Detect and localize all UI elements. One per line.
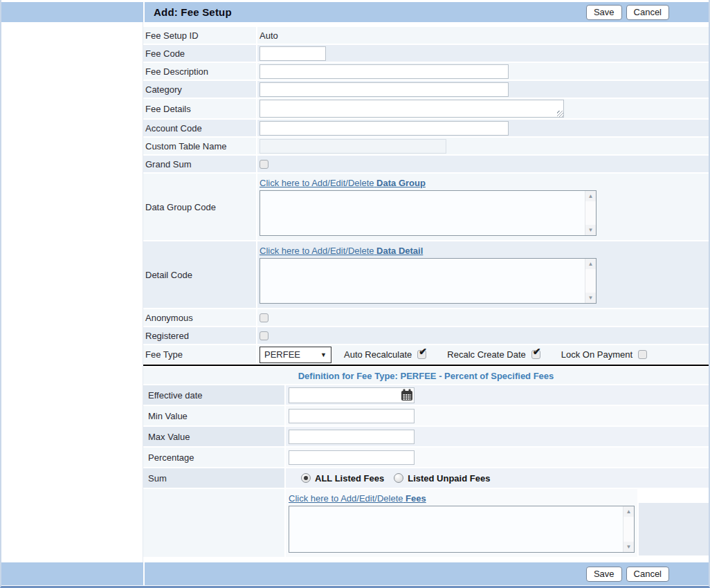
data-group-code-label: Data Group Code xyxy=(143,174,256,240)
fee-details-label: Fee Details xyxy=(143,99,256,118)
row-fee-details: Fee Details xyxy=(143,99,709,118)
detail-code-label: Detail Code xyxy=(143,241,256,308)
category-label: Category xyxy=(143,81,256,98)
sum-radio-listed-unpaid-fees[interactable] xyxy=(394,473,403,483)
cancel-button-top[interactable]: Cancel xyxy=(626,5,669,20)
scroll-up-icon[interactable]: ▲ xyxy=(623,506,634,517)
row-effective-date: Effective date xyxy=(143,385,709,405)
scroll-down-icon[interactable]: ▼ xyxy=(585,225,596,235)
row-fee-description: Fee Description xyxy=(143,63,709,80)
fee-description-label: Fee Description xyxy=(143,63,256,80)
auto-recalculate-checkbox[interactable] xyxy=(417,350,426,359)
recalc-create-date-group: Recalc Create Date xyxy=(447,349,540,360)
bottom-bar-sidebar-section xyxy=(1,562,143,585)
registered-label: Registered xyxy=(143,327,256,344)
row-data-group-code: Data Group Code Click here to Add/Edit/D… xyxy=(143,174,709,240)
fee-details-textarea[interactable] xyxy=(260,100,564,118)
row-custom-table-name: Custom Table Name xyxy=(143,138,709,154)
percentage-input[interactable] xyxy=(289,450,415,465)
row-max-value: Max Value xyxy=(143,427,709,446)
custom-table-name-input xyxy=(260,139,446,154)
lock-on-payment-checkbox[interactable] xyxy=(638,350,647,359)
row-anonymous: Anonymous xyxy=(143,309,709,326)
row-min-value: Min Value xyxy=(143,406,709,425)
percentage-label: Percentage xyxy=(143,448,284,467)
lock-on-payment-group: Lock On Payment xyxy=(561,349,647,360)
bottom-bar: Save Cancel xyxy=(1,562,709,585)
row-detail-code: Detail Code Click here to Add/Edit/Delet… xyxy=(143,241,709,308)
effective-date-input[interactable] xyxy=(289,387,415,403)
page-title: Add: Fee Setup xyxy=(154,6,232,18)
scroll-up-icon[interactable]: ▲ xyxy=(585,191,596,201)
registered-checkbox[interactable] xyxy=(260,331,268,340)
fee-description-input[interactable] xyxy=(260,64,509,79)
top-bar-sidebar-section xyxy=(1,2,143,22)
fee-type-select[interactable]: PERFEE ▼ xyxy=(260,347,331,363)
row-category: Category xyxy=(143,81,709,98)
data-group-listbox[interactable]: ▲ ▼ xyxy=(260,190,597,236)
account-code-input[interactable] xyxy=(260,121,509,136)
scroll-down-icon[interactable]: ▼ xyxy=(585,293,596,303)
row-account-code: Account Code xyxy=(143,120,709,136)
sidebar xyxy=(1,22,143,562)
min-value-input[interactable] xyxy=(289,409,415,423)
row-registered: Registered xyxy=(143,327,709,344)
fees-scrollbar[interactable]: ▲ ▼ xyxy=(623,506,634,552)
custom-table-name-label: Custom Table Name xyxy=(143,138,256,154)
fees-link[interactable]: Click here to Add/Edit/Delete Fees xyxy=(289,493,426,504)
chevron-down-icon: ▼ xyxy=(320,351,327,358)
fee-type-selected-value: PERFEE xyxy=(264,349,300,360)
max-value-input[interactable] xyxy=(289,430,415,444)
lock-on-payment-label: Lock On Payment xyxy=(561,349,632,360)
definition-section-title: Definition for Fee Type: PERFEE - Percen… xyxy=(143,367,709,384)
sum-radio-all-listed-fees[interactable] xyxy=(301,473,311,483)
form: Fee Setup ID Auto Fee Code Fee Descripti… xyxy=(143,27,709,558)
min-value-label: Min Value xyxy=(143,406,284,425)
fee-code-label: Fee Code xyxy=(143,45,256,62)
fee-setup-id-value: Auto xyxy=(260,30,278,41)
sum-radio-listed-unpaid-fees-label: Listed Unpaid Fees xyxy=(408,473,490,484)
category-input[interactable] xyxy=(260,82,509,97)
save-button-top[interactable]: Save xyxy=(586,5,622,20)
recalc-create-date-checkbox[interactable] xyxy=(531,350,540,359)
fee-type-label: Fee Type xyxy=(143,345,256,364)
detail-code-link[interactable]: Click here to Add/Edit/Delete Data Detai… xyxy=(260,246,423,256)
cancel-button-bottom[interactable]: Cancel xyxy=(626,567,669,582)
recalc-create-date-label: Recalc Create Date xyxy=(447,349,525,360)
top-bar-main-section: Add: Fee Setup Save Cancel xyxy=(145,2,709,22)
calendar-icon[interactable] xyxy=(400,389,413,402)
data-group-link[interactable]: Click here to Add/Edit/Delete Data Group xyxy=(260,178,426,188)
anonymous-checkbox[interactable] xyxy=(260,313,268,322)
grand-sum-checkbox[interactable] xyxy=(260,160,268,169)
row-percentage: Percentage xyxy=(143,448,709,467)
detail-code-scrollbar[interactable]: ▲ ▼ xyxy=(585,259,596,303)
top-bar: Add: Fee Setup Save Cancel xyxy=(1,2,709,22)
row-fee-type: Fee Type PERFEE ▼ Auto Recalculate Recal… xyxy=(143,345,709,366)
fees-list-empty-label xyxy=(143,489,284,557)
fees-listbox[interactable]: ▲ ▼ xyxy=(289,506,635,553)
row-fee-setup-id: Fee Setup ID Auto xyxy=(143,27,709,44)
resize-handle-icon[interactable] xyxy=(557,111,563,117)
anonymous-label: Anonymous xyxy=(143,309,256,326)
auto-recalculate-group: Auto Recalculate xyxy=(344,349,426,360)
grand-sum-label: Grand Sum xyxy=(143,156,256,172)
bottom-bar-main-section: Save Cancel xyxy=(145,562,709,585)
row-grand-sum: Grand Sum xyxy=(143,156,709,172)
auto-recalculate-label: Auto Recalculate xyxy=(344,349,412,360)
row-fee-code: Fee Code xyxy=(143,45,709,62)
data-group-scrollbar[interactable]: ▲ ▼ xyxy=(585,191,596,235)
page: Add: Fee Setup Save Cancel Fee Setup ID … xyxy=(0,0,710,588)
content: Fee Setup ID Auto Fee Code Fee Descripti… xyxy=(1,22,709,562)
row-fees-list: Click here to Add/Edit/Delete Fees ▲ ▼ xyxy=(143,489,709,557)
row-sum: Sum ALL Listed Fees Listed Unpaid Fees xyxy=(143,468,709,488)
sum-radio-all-listed-fees-label: ALL Listed Fees xyxy=(315,473,384,484)
scroll-down-icon[interactable]: ▼ xyxy=(623,542,634,552)
fee-setup-id-label: Fee Setup ID xyxy=(143,27,256,44)
scroll-up-icon[interactable]: ▲ xyxy=(585,259,596,269)
fees-side-cell xyxy=(639,503,709,555)
save-button-bottom[interactable]: Save xyxy=(586,567,622,582)
detail-code-listbox[interactable]: ▲ ▼ xyxy=(260,258,597,304)
account-code-label: Account Code xyxy=(143,120,256,136)
fee-code-input[interactable] xyxy=(260,46,326,61)
sum-label: Sum xyxy=(143,468,284,488)
